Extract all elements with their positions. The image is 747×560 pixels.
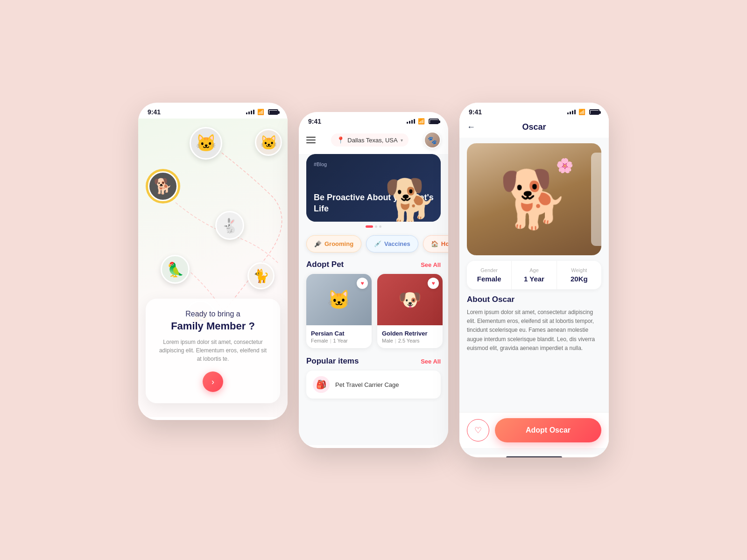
category-hostels[interactable]: 🏠 Hostels [423, 235, 448, 252]
battery-icon-3 [589, 109, 599, 115]
pet-card-cat[interactable]: 🐱 ♥ Persian Cat Female | 1 Year [306, 274, 372, 348]
status-bar-2: 9:41 📶 [299, 112, 448, 128]
location-pin-icon: 📍 [337, 136, 345, 144]
pet-card-img-cat: 🐱 ♥ [306, 274, 372, 325]
pet-bubble-3: 🐕 [146, 169, 180, 203]
detail-header: ← Oscar [459, 119, 609, 138]
age-stat: Age 1 Year [512, 261, 557, 289]
welcome-card: Ready to bring a Family Member ? Lorem i… [146, 299, 280, 403]
battery-icon-2 [429, 119, 439, 124]
pet-bubble-2: 🐱 [255, 129, 282, 156]
screens-container: 9:41 📶 🐱 [138, 103, 609, 457]
wifi-icon: 📶 [257, 109, 264, 115]
categories-row: 🪮 Grooming 💉 Vaccines 🏠 Hostels [299, 230, 448, 258]
weight-stat: Weight 20Kg [557, 261, 601, 289]
hero-banner: #Blog Be Proactive About your Pet's Life… [306, 154, 441, 222]
grooming-label: Grooming [324, 240, 353, 247]
gender-label: Gender [471, 267, 507, 273]
popular-item-icon: 🎒 [313, 376, 330, 393]
signal-icon-2 [407, 119, 415, 124]
adopt-section-header: Adopt Pet See All [299, 258, 448, 274]
popular-title: Popular items [306, 357, 359, 366]
status-icons-1: 📶 [246, 109, 278, 115]
heart-icon: ♡ [474, 425, 482, 435]
age-label: Age [515, 267, 552, 273]
location-text: Dallas Texas, USA [347, 137, 397, 144]
about-section: About Oscar Lorem ipsum dolor sit amet, … [459, 295, 609, 358]
hostels-label: Hostels [441, 240, 448, 247]
vaccines-icon: 💉 [374, 240, 381, 247]
time-1: 9:41 [148, 108, 161, 116]
cat-age: 1 Year [333, 338, 348, 343]
dot-active [366, 225, 373, 228]
stacked-image-hint [591, 153, 601, 246]
dog-age: 2.5 Years [398, 338, 420, 343]
pet-bubble-1: 🐱 [190, 127, 222, 160]
cat-name: Persian Cat [311, 330, 367, 337]
cat-info: Persian Cat Female | 1 Year [306, 325, 372, 348]
adopt-title: Adopt Pet [306, 260, 344, 269]
pet-detail-title: Oscar [522, 122, 546, 132]
hostels-icon: 🏠 [431, 240, 438, 247]
home-content: 📍 Dallas Texas, USA ▾ 🐾 #Blog Be Proacti… [299, 128, 448, 445]
menu-button[interactable] [306, 135, 316, 145]
pet-card-dog[interactable]: 🐶 ♥ Golden Retriver Male | 2.5 Years [377, 274, 443, 348]
dog-gender: Male [382, 338, 393, 343]
status-bar-1: 9:41 📶 [138, 103, 288, 119]
welcome-subtitle: Ready to bring a [157, 310, 269, 318]
adopt-button[interactable]: Adopt Oscar [495, 418, 601, 442]
pets-row: 🐱 ♥ Persian Cat Female | 1 Year [299, 274, 448, 348]
home-indicator-3 [506, 456, 562, 457]
about-title: About Oscar [467, 295, 601, 304]
adopt-see-all[interactable]: See All [421, 261, 441, 268]
time-2: 9:41 [308, 118, 321, 125]
time-3: 9:41 [469, 108, 482, 116]
welcome-desc: Lorem ipsum dolor sit amet, consectetur … [157, 338, 269, 363]
dot-1 [375, 225, 377, 228]
cat-favorite-button[interactable]: ♥ [357, 278, 368, 289]
popular-see-all[interactable]: See All [421, 358, 441, 365]
phone-home: 9:41 📶 📍 Dallas Texas, U [299, 112, 448, 448]
weight-label: Weight [561, 267, 598, 273]
nav-bar: 📍 Dallas Texas, USA ▾ 🐾 [299, 128, 448, 154]
cta-button[interactable]: › [203, 371, 223, 392]
grooming-icon: 🪮 [314, 240, 322, 247]
dog-favorite-button[interactable]: ♥ [428, 278, 439, 289]
stats-row: Gender Female Age 1 Year Weight 20Kg [467, 261, 601, 289]
status-bar-3: 9:41 📶 [459, 103, 609, 119]
adopt-label: Adopt Oscar [526, 426, 571, 434]
about-text: Lorem ipsum dolor sit amet, consectetur … [467, 308, 601, 353]
age-value: 1 Year [515, 275, 552, 283]
dog-meta: Male | 2.5 Years [382, 338, 438, 343]
welcome-content: 🐱 🐱 🐕 🐇 🦜 🐈 🐹 Ready to b [138, 119, 288, 417]
status-icons-2: 📶 [407, 118, 439, 125]
separator: | [330, 338, 331, 343]
favorite-button[interactable]: ♡ [467, 419, 489, 441]
popular-item-name: Pet Travel Carrier Cage [335, 381, 399, 388]
dog-name: Golden Retriver [382, 330, 438, 337]
separator-2: | [395, 338, 396, 343]
dot-2 [379, 225, 381, 228]
battery-icon [268, 109, 278, 115]
weight-value: 20Kg [561, 275, 598, 283]
signal-icon-3 [567, 110, 576, 114]
popular-item[interactable]: 🎒 Pet Travel Carrier Cage [306, 371, 441, 399]
pet-card-img-dog: 🐶 ♥ [377, 274, 443, 325]
back-button[interactable]: ← [467, 122, 475, 132]
action-row: ♡ Adopt Oscar [459, 412, 609, 448]
chevron-down-icon: ▾ [401, 138, 403, 143]
dog-info: Golden Retriver Male | 2.5 Years [377, 325, 443, 348]
cat-meta: Female | 1 Year [311, 338, 367, 343]
category-vaccines[interactable]: 💉 Vaccines [366, 235, 418, 252]
vaccines-label: Vaccines [384, 240, 410, 247]
category-grooming[interactable]: 🪮 Grooming [306, 235, 361, 252]
blog-tag: #Blog [314, 161, 327, 167]
gender-stat: Gender Female [467, 261, 512, 289]
location-selector[interactable]: 📍 Dallas Texas, USA ▾ [331, 133, 408, 147]
welcome-title: Family Member ? [157, 320, 269, 332]
pet-bubble-6: 🐈 [247, 262, 275, 289]
user-avatar[interactable]: 🐾 [424, 132, 441, 148]
cat-gender: Female [311, 338, 328, 343]
pet-bubble-4: 🐇 [215, 211, 244, 240]
pet-bubble-5: 🦜 [161, 255, 190, 284]
